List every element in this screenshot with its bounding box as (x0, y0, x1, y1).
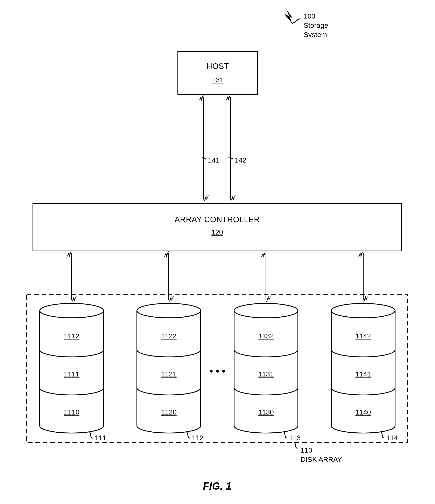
link-right-ref: 142 (235, 156, 246, 164)
svg-point-13 (137, 303, 201, 318)
disk-segment: 1112 (64, 332, 79, 340)
disk-segment: 1132 (258, 332, 274, 340)
disk-segment: 1111 (64, 370, 79, 378)
disk-array-label: DISK ARRAY (301, 455, 342, 463)
figure-annotation: 100 Storage System (282, 9, 328, 38)
disk-segment: 1140 (355, 408, 371, 416)
disk-segment: 1120 (161, 408, 177, 416)
svg-point-10 (40, 303, 103, 318)
controller-disk-links (66, 251, 369, 302)
annotation-line2: System (304, 31, 327, 38)
disk: 1122 1121 1120 112 (137, 303, 204, 442)
link-left-ref: 141 (208, 156, 220, 164)
array-controller-block: ARRAY CONTROLLER 120 (33, 204, 401, 251)
disk-segment: 1110 (64, 408, 79, 416)
disk-array-group: 110 DISK ARRAY (27, 294, 408, 463)
disk: 1112 1111 1110 111 (40, 303, 106, 442)
disk-ref: 113 (289, 434, 301, 442)
host-block: HOST 131 (178, 51, 258, 95)
disk-segment: 1121 (161, 370, 177, 378)
disk-ref: 114 (386, 434, 398, 442)
disk-segment: 1142 (355, 332, 371, 340)
annotation-line1: Storage (304, 21, 328, 29)
disk: 1132 1131 1130 113 (234, 303, 301, 442)
figure-caption: FIG. 1 (203, 480, 231, 492)
svg-line-0 (292, 18, 300, 24)
disk-ref: 112 (192, 434, 204, 442)
disk: 1142 1141 1140 114 (331, 303, 398, 442)
svg-rect-4 (33, 204, 401, 251)
ellipsis: • • • (209, 366, 225, 377)
svg-point-19 (331, 303, 395, 318)
host-label: HOST (206, 62, 229, 71)
ctrl-disk-arrow (358, 251, 369, 302)
ctrl-disk-arrow (66, 251, 77, 302)
host-controller-links: 141 142 (199, 95, 246, 202)
controller-label: ARRAY CONTROLLER (175, 215, 260, 224)
disk-segment: 1122 (161, 332, 177, 340)
ctrl-disk-arrow (164, 251, 174, 302)
disk-ref: 111 (95, 434, 106, 442)
disk-row: 1112 1111 1110 111 1122 1121 1120 112 • … (40, 303, 398, 442)
host-ref: 131 (212, 76, 224, 84)
storage-system-diagram: 100 Storage System HOST 131 141 142 ARRA… (0, 0, 435, 504)
annotation-ref: 100 (304, 12, 315, 20)
disk-segment: 1130 (258, 408, 274, 416)
controller-ref: 120 (212, 228, 223, 236)
disk-segment: 1131 (258, 370, 274, 378)
svg-point-16 (234, 303, 298, 318)
ctrl-disk-arrow (261, 251, 271, 302)
svg-rect-1 (178, 51, 258, 95)
disk-segment: 1141 (355, 370, 371, 378)
disk-array-ref: 110 (301, 446, 312, 454)
